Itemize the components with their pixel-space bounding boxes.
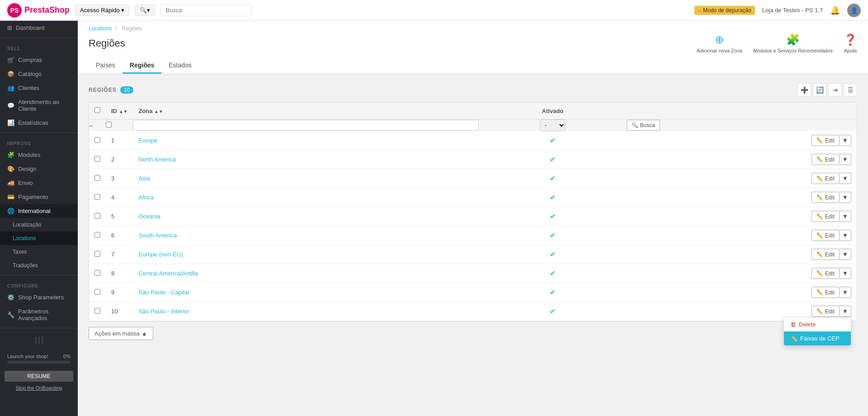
table-row: 10 São Paulo - Interior ✔ ✏️ Edit ▼ 🗑 De… <box>89 302 857 321</box>
sidebar-item-dashboard[interactable]: ⊞ Dashboard <box>0 21 78 35</box>
row-zona: North America <box>133 150 479 169</box>
edit-button[interactable]: ✏️ Edit <box>811 230 840 241</box>
table-actions: ➕ 🔄 ⇥ ☰ <box>797 83 857 97</box>
search-icon-button[interactable]: 🔍▾ <box>135 5 155 16</box>
row-zona: Asia <box>133 169 479 188</box>
select-all-checkbox[interactable] <box>94 107 100 113</box>
tab-estados[interactable]: Estados <box>161 58 199 74</box>
quick-access-button[interactable]: Acesso Rápido ▾ <box>75 5 129 16</box>
dropdown-toggle-button[interactable]: ▼ <box>840 192 851 203</box>
edit-button[interactable]: ✏️ Edit <box>811 154 840 165</box>
sidebar-item-estatisticas[interactable]: 📊 Estatísticas <box>0 116 78 130</box>
sidebar-item-design[interactable]: 🎨 Design <box>0 162 78 176</box>
edit-button[interactable]: ✏️ Edit <box>811 192 840 203</box>
edit-button[interactable]: ✏️ Edit <box>811 135 840 146</box>
filter-id-checkbox[interactable] <box>106 122 112 128</box>
row-id: 2 <box>106 150 133 169</box>
row-checkbox-cell <box>89 264 106 283</box>
dropdown-toggle-button[interactable]: ▼ <box>840 154 851 165</box>
logo-area[interactable]: PS PrestaShop <box>7 3 70 18</box>
table-label: REGIÕES <box>89 87 117 93</box>
edit-button[interactable]: ✏️ Edit <box>811 268 840 279</box>
row-zona: Oceania <box>133 207 479 226</box>
modules-button[interactable]: 🧩 Módulos e Serviços Recomendados <box>753 33 833 53</box>
refresh-button[interactable]: 🔄 <box>813 83 826 97</box>
sidebar-item-atendimento[interactable]: 💬 Atendimento ao Cliente <box>0 95 78 116</box>
sidebar-item-locations[interactable]: Locations <box>0 232 78 245</box>
stop-onboarding-link[interactable]: Stop the OnBoarding <box>0 383 78 392</box>
resume-button[interactable]: RESUME <box>5 371 73 382</box>
content-area: REGIÕES 10 ➕ 🔄 ⇥ ☰ <box>78 74 868 416</box>
sidebar-item-taxes[interactable]: Taxes <box>0 245 78 259</box>
search-bar[interactable] <box>160 4 252 16</box>
dropdown-toggle-button[interactable]: ▼ <box>840 268 851 279</box>
id-label: ID <box>111 108 117 114</box>
edit-button[interactable]: ✏️ Edit <box>811 211 840 222</box>
sidebar-item-international[interactable]: 🌐 International <box>0 204 78 218</box>
filter-search-button[interactable]: 🔍 Busca <box>627 120 660 131</box>
bell-icon[interactable]: 🔔 <box>830 5 840 15</box>
sidebar-item-parametros-avancados[interactable]: 🔧 Parâmetros Avançados <box>0 304 78 325</box>
add-zone-label: Adicionar nova Zona <box>697 48 742 53</box>
add-row-button[interactable]: ➕ <box>797 83 811 97</box>
sidebar-item-modules[interactable]: 🧩 Modules <box>0 148 78 162</box>
help-button[interactable]: ❓ Ajuda <box>844 33 857 53</box>
dropdown-toggle-button[interactable]: ▼ <box>840 287 851 298</box>
sidebar-item-compras[interactable]: 🛒 Compras <box>0 53 78 67</box>
debug-badge: ● Modo de depuração <box>694 6 755 15</box>
row-checkbox[interactable] <box>94 137 100 143</box>
row-checkbox[interactable] <box>94 156 100 162</box>
row-zona: Europe (non-EU) <box>133 245 479 264</box>
mass-actions-button[interactable]: Ações em massa ▲ <box>89 327 153 340</box>
sidebar-item-clientes[interactable]: 👥 Clientes <box>0 81 78 95</box>
sidebar-item-traducoes[interactable]: Traduções <box>0 259 78 272</box>
row-checkbox[interactable] <box>94 270 100 276</box>
faixas-menu-item[interactable]: ✏️ Faixas de CEP <box>784 331 851 345</box>
dropdown-toggle-button[interactable]: ▼ <box>840 211 851 222</box>
row-checkbox[interactable] <box>94 232 100 238</box>
header-zona[interactable]: Zona ▲▼ <box>133 103 479 119</box>
mass-actions-label: Ações em massa <box>94 330 140 337</box>
columns-button[interactable]: ☰ <box>844 83 857 97</box>
tab-paises[interactable]: Países <box>89 58 123 74</box>
dropdown-toggle-button[interactable]: ▼ <box>840 135 851 146</box>
row-checkbox[interactable] <box>94 194 100 200</box>
row-checkbox[interactable] <box>94 289 100 295</box>
dropdown-toggle-button[interactable]: ▼ <box>840 173 851 184</box>
modules-label: Módulos e Serviços Recomendados <box>753 48 833 53</box>
export-button[interactable]: ⇥ <box>828 83 842 97</box>
estatisticas-icon: 📊 <box>7 119 14 126</box>
edit-button[interactable]: ✏️ Edit <box>811 173 840 184</box>
edit-button[interactable]: ✏️ Edit <box>811 249 840 260</box>
id-sort-icon[interactable]: ▲▼ <box>119 109 128 114</box>
edit-button[interactable]: ✏️ Edit <box>811 287 840 298</box>
search-input[interactable] <box>161 5 251 16</box>
header-id[interactable]: ID ▲▼ <box>106 103 133 119</box>
edit-button[interactable]: ✏️ Edit <box>811 306 840 317</box>
dropdown-toggle-button[interactable]: ▼ <box>840 249 851 260</box>
row-checkbox[interactable] <box>94 251 100 257</box>
sidebar-item-pagamento[interactable]: 💳 Pagamento <box>0 190 78 204</box>
tab-regioes[interactable]: Regiões <box>123 58 161 74</box>
row-checkbox[interactable] <box>94 175 100 181</box>
avatar[interactable]: 👤 <box>847 4 861 17</box>
sidebar-item-localizacao[interactable]: Localização <box>0 218 78 232</box>
sidebar-item-catalogo[interactable]: 📦 Catálogo <box>0 67 78 81</box>
breadcrumb-parent-link[interactable]: Locations <box>89 25 112 32</box>
filter-ativado-select[interactable]: - Sim Não <box>540 119 566 131</box>
sidebar-item-label: Traduções <box>13 262 38 269</box>
row-id: 5 <box>106 207 133 226</box>
row-checkbox[interactable] <box>94 308 100 314</box>
row-actions-cell: ✏️ Edit ▼ <box>627 226 857 245</box>
zona-sort-icon[interactable]: ▲▼ <box>154 109 163 114</box>
sidebar-item-shop-parameters[interactable]: ⚙️ Shop Parameters <box>0 290 78 304</box>
dropdown-toggle-button[interactable]: ▼ <box>840 306 851 317</box>
add-zone-button[interactable]: ⊕ Adicionar nova Zona <box>697 33 742 53</box>
delete-menu-item[interactable]: 🗑 Delete <box>784 317 851 331</box>
international-icon: 🌐 <box>7 208 14 214</box>
dropdown-toggle-button[interactable]: ▼ <box>840 230 851 241</box>
row-actions-cell: ✏️ Edit ▼ <box>627 188 857 207</box>
filter-zona-input[interactable] <box>133 120 479 131</box>
row-checkbox[interactable] <box>94 213 100 219</box>
sidebar-item-envio[interactable]: 🚚 Envio <box>0 176 78 190</box>
